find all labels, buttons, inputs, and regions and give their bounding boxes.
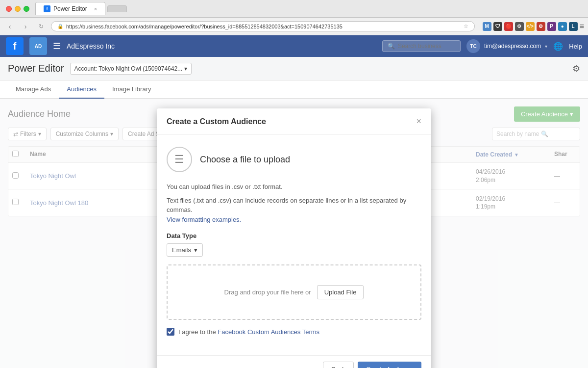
tab-nav: Manage Ads Audiences Image Library xyxy=(0,80,588,99)
account-label: Account: Tokyo Night Owl (1509074642... xyxy=(74,65,183,72)
custom-audiences-terms-link[interactable]: Facebook Custom Audiences Terms xyxy=(218,328,319,336)
fb-username: tim@adespresso.com xyxy=(484,43,541,50)
main-content: Audience Home Create Audience ▾ ⇄ Filter… xyxy=(0,99,588,368)
fb-company-name: AdEspresso Inc xyxy=(67,42,115,50)
ext-m-icon[interactable]: M xyxy=(483,22,491,31)
search-icon: 🔍 xyxy=(388,43,395,50)
ext-dark-icon[interactable]: ⚙ xyxy=(515,22,524,31)
account-selector[interactable]: Account: Tokyo Night Owl (1509074642... … xyxy=(70,63,192,75)
ext-shield-icon[interactable]: 🛡 xyxy=(493,22,502,31)
user-initials: TC xyxy=(470,44,476,49)
ext-dark-blue-icon[interactable]: L xyxy=(569,22,578,31)
file-upload-zone[interactable]: Drag and drop your file here or Upload F… xyxy=(167,264,421,320)
ext-blue-icon[interactable]: ● xyxy=(558,22,567,31)
hamburger-menu-icon[interactable]: ☰ xyxy=(53,41,61,52)
back-btn[interactable]: ‹ xyxy=(4,21,16,32)
modal-title: Create a Custom Audience xyxy=(167,117,266,126)
file-icon: ☰ xyxy=(174,153,184,166)
modal-footer: Back Create Audience xyxy=(157,355,431,368)
data-type-arrow-icon: ▾ xyxy=(194,246,197,254)
modal-icon-row: ☰ Choose a file to upload xyxy=(167,147,421,172)
data-type-dropdown[interactable]: Emails ▾ xyxy=(167,243,203,257)
modal-icon-title: Choose a file to upload xyxy=(200,155,290,165)
fb-logo: f xyxy=(6,37,24,55)
ext-purple-icon[interactable]: P xyxy=(547,22,556,31)
tab-close-btn[interactable]: × xyxy=(94,6,97,12)
agree-row: I agree to the Facebook Custom Audiences… xyxy=(167,328,421,336)
browser-addressbar: ‹ › ↻ 🔒 https://business.facebook.com/ad… xyxy=(0,18,588,35)
address-text: https://business.facebook.com/ads/manage… xyxy=(66,24,343,29)
modal-header: Create a Custom Audience × xyxy=(157,108,431,135)
upload-file-button[interactable]: Upload File xyxy=(317,285,364,299)
account-dropdown-icon: ▾ xyxy=(184,65,187,72)
tab-audiences[interactable]: Audiences xyxy=(59,80,104,99)
pe-title: Power Editor xyxy=(8,63,64,74)
agree-text: I agree to the Facebook Custom Audiences… xyxy=(178,328,319,336)
modal-overlay: Create a Custom Audience × ☰ Choose a fi… xyxy=(0,99,588,368)
tab-label: Power Editor xyxy=(53,5,87,12)
browser-window: f Power Editor × ‹ › ↻ 🔒 https://busines… xyxy=(0,0,588,368)
maximize-window-btn[interactable] xyxy=(24,6,29,12)
extensions-menu-icon[interactable]: ≡ xyxy=(580,22,584,31)
create-custom-audience-modal: Create a Custom Audience × ☰ Choose a fi… xyxy=(157,108,431,368)
fb-nav: f AD ☰ AdEspresso Inc 🔍 TC tim@adespress… xyxy=(0,35,588,57)
fb-search-box[interactable]: 🔍 xyxy=(382,40,461,52)
tab-image-library[interactable]: Image Library xyxy=(104,80,159,99)
modal-close-button[interactable]: × xyxy=(416,116,421,127)
browser-titlebar: f Power Editor × xyxy=(0,0,588,18)
modal-description-1: You can upload files in .csv or .txt for… xyxy=(167,182,421,192)
pe-header: Power Editor Account: Tokyo Night Owl (1… xyxy=(0,57,588,80)
address-bar[interactable]: 🔒 https://business.facebook.com/ads/mana… xyxy=(51,21,475,31)
refresh-btn[interactable]: ↻ xyxy=(35,21,47,32)
agree-checkbox[interactable] xyxy=(167,328,174,336)
ext-red-icon[interactable]: 🔴 xyxy=(504,22,513,31)
create-audience-modal-button[interactable]: Create Audience xyxy=(358,362,421,368)
browser-tab[interactable]: f Power Editor × xyxy=(35,2,105,15)
bookmark-icon[interactable]: ☆ xyxy=(464,23,468,29)
new-tab-btn[interactable] xyxy=(107,5,127,12)
fb-logo-text: f xyxy=(13,41,17,52)
view-formatting-link[interactable]: View formatting examples. xyxy=(167,216,241,223)
data-type-value: Emails xyxy=(172,246,191,254)
tab-favicon: f xyxy=(44,5,50,12)
fb-search-input[interactable] xyxy=(398,43,455,50)
globe-icon[interactable]: 🌐 xyxy=(553,42,563,51)
forward-btn[interactable]: › xyxy=(20,21,31,32)
data-type-label: Data Type xyxy=(167,232,421,239)
fb-user-area: TC tim@adespresso.com ▾ xyxy=(466,39,547,53)
ext-settings-icon[interactable]: ⚙ xyxy=(537,22,545,31)
back-button[interactable]: Back xyxy=(323,362,354,368)
user-dropdown-icon[interactable]: ▾ xyxy=(545,44,547,49)
close-window-btn[interactable] xyxy=(6,6,12,12)
user-avatar: TC xyxy=(466,39,480,53)
fb-ad-logo: AD xyxy=(29,37,47,55)
settings-gear-icon[interactable]: ⚙ xyxy=(572,63,580,74)
ext-code-icon[interactable]: </> xyxy=(526,22,535,31)
fb-ad-icon: AD xyxy=(35,44,42,49)
modal-description-2: Text files (.txt and .csv) can include r… xyxy=(167,196,421,225)
browser-extensions: M 🛡 🔴 ⚙ </> ⚙ P ● L ≡ xyxy=(483,22,584,31)
minimize-window-btn[interactable] xyxy=(15,6,21,12)
ssl-icon: 🔒 xyxy=(57,24,63,29)
window-controls xyxy=(6,6,29,12)
upload-zone-text: Drag and drop your file here or xyxy=(224,289,311,296)
help-link[interactable]: Help xyxy=(569,43,582,50)
file-upload-icon-circle: ☰ xyxy=(167,147,192,172)
modal-body: ☰ Choose a file to upload You can upload… xyxy=(157,135,431,355)
tab-manage-ads[interactable]: Manage Ads xyxy=(8,80,59,99)
